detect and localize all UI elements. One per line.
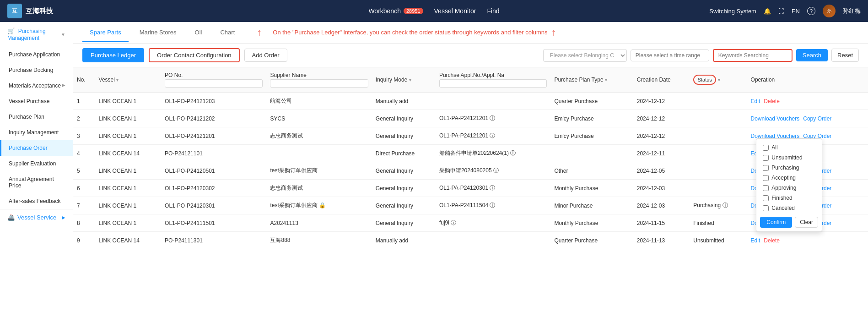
cell-3-0: 4	[73, 145, 95, 162]
notification-icon[interactable]: 🔔	[764, 8, 771, 15]
help-icon[interactable]: ?	[807, 7, 815, 15]
cell-operations-0: EditDelete	[747, 93, 868, 110]
fullscreen-icon[interactable]: ⛶	[778, 8, 784, 15]
time-range-input[interactable]	[631, 49, 709, 61]
tab-chart[interactable]: Chart	[213, 23, 242, 42]
op-copy-order-1[interactable]: Copy Order	[803, 115, 831, 122]
language-selector[interactable]: EN	[792, 8, 800, 15]
chevron-right-icon: ▶	[62, 215, 65, 220]
status-checkbox-canceled[interactable]	[763, 205, 769, 211]
sidebar-item-materials-acceptance[interactable]: Materials Acceptance▶	[0, 78, 73, 93]
status-checkbox-accepting[interactable]	[763, 175, 769, 181]
col-header-inquiry-mode[interactable]: Inquiry Mode ▾	[372, 67, 436, 93]
cell-1-6: Em'cy Purchase	[550, 110, 633, 127]
order-contact-config-button[interactable]: Order Contact Configuration	[149, 48, 240, 62]
avatar[interactable]: 孙	[823, 5, 836, 17]
purchase-order-table: No.Vessel ▾PO No.Supplier NameInquiry Mo…	[73, 67, 868, 249]
status-column-header-highlighted[interactable]: Status	[693, 75, 716, 85]
cell-5-6: Monthly Purchase	[550, 180, 633, 197]
col-header-purchase-appl-no[interactable]: Purchse Appl.No./Appl. Na	[436, 67, 551, 93]
col-header-purchase-plan-type[interactable]: Purchase Plan Type ▾	[550, 67, 633, 93]
cell-6-4: General Inquiry	[372, 197, 436, 214]
status-checkbox-all[interactable]	[763, 145, 769, 151]
belonging-select[interactable]: Please select Belonging C	[543, 49, 627, 62]
cell-4-7: 2024-12-05	[633, 162, 690, 180]
chevron-down-icon: ▼	[61, 32, 65, 37]
status-option-label-accepting: Accepting	[771, 175, 796, 181]
col-filter-purchase-appl-no[interactable]	[439, 79, 547, 88]
cell-6-7: 2024-12-03	[633, 197, 690, 214]
cell-2-2: OL1-PO-P24121201	[161, 127, 266, 145]
tab-spare-parts[interactable]: Spare Parts	[82, 23, 129, 42]
sidebar-item-after-sales-feedback[interactable]: After-sales Feedback	[0, 193, 73, 209]
col-header-vessel[interactable]: Vessel ▾	[95, 67, 162, 93]
cell-3-8	[690, 145, 747, 162]
status-option-finished[interactable]: Finished	[760, 193, 818, 203]
status-option-accepting[interactable]: Accepting	[760, 173, 818, 183]
cell-3-7: 2024-12-11	[633, 145, 690, 162]
sidebar-item-annual-agreement-price[interactable]: Annual Agreement Price	[0, 171, 73, 193]
op-delete-0[interactable]: Delete	[764, 98, 780, 104]
col-header-po-no[interactable]: PO No.	[161, 67, 266, 93]
purchasing-management-header[interactable]: 🛒 Purchasing Management ▼	[0, 22, 73, 47]
status-option-canceled[interactable]: Canceled	[760, 203, 818, 213]
status-option-approving[interactable]: Approving	[760, 183, 818, 193]
status-option-all[interactable]: All	[760, 143, 818, 153]
status-checkbox-finished[interactable]	[763, 195, 769, 201]
vessel-monitor-link[interactable]: Vessel Monitor	[434, 7, 476, 15]
tab-marine-stores[interactable]: Marine Stores	[132, 23, 184, 42]
sidebar-item-supplier-evaluation[interactable]: Supplier Evaluation	[0, 156, 73, 171]
filter-bar-right: Please select Belonging C Search Reset	[543, 49, 859, 62]
op-edit-8[interactable]: Edit	[751, 237, 760, 244]
op-edit-0[interactable]: Edit	[751, 98, 760, 104]
col-header-supplier-name[interactable]: Supplier Name	[266, 67, 372, 93]
sidebar-item-vessel-purchase[interactable]: Vessel Purchase	[0, 93, 73, 109]
search-button[interactable]: Search	[796, 49, 828, 61]
reset-button[interactable]: Reset	[831, 49, 859, 62]
status-checkbox-approving[interactable]	[763, 185, 769, 191]
cell-0-8	[690, 93, 747, 110]
sidebar-item-inquiry-management[interactable]: Inquiry Management	[0, 125, 73, 140]
col-filter-po-no[interactable]	[165, 79, 263, 88]
table-row: 6LINK OCEAN 1OL1-PO-P24120302志忠商务测试Gener…	[73, 180, 868, 197]
workbench-button[interactable]: Workbench 28951	[368, 7, 423, 15]
switching-system-link[interactable]: Switching System	[709, 8, 756, 15]
keywords-search-input[interactable]	[713, 49, 793, 62]
tab-oil[interactable]: Oil	[188, 23, 210, 42]
purchase-ledger-button[interactable]: Purchase Ledger	[82, 48, 144, 62]
status-option-unsubmitted[interactable]: Unsubmitted	[760, 153, 818, 163]
purchasing-management-group: 🛒 Purchasing Management ▼ Purchase Appli…	[0, 22, 73, 209]
sidebar-item-purchase-order[interactable]: Purchase Order	[0, 140, 73, 156]
status-clear-button[interactable]: Clear	[795, 217, 818, 228]
cell-0-4: Manually add	[372, 93, 436, 110]
sidebar-item-purchase-plan[interactable]: Purchase Plan	[0, 109, 73, 125]
cell-4-0: 5	[73, 162, 95, 180]
cell-5-8	[690, 180, 747, 197]
cell-0-3: 航海公司	[266, 93, 372, 110]
cell-1-4: General Inquiry	[372, 110, 436, 127]
cell-8-5	[436, 232, 551, 249]
add-order-button[interactable]: Add Order	[244, 49, 287, 62]
cell-1-7: 2024-12-12	[633, 110, 690, 127]
sidebar-item-purchase-docking[interactable]: Purchase Docking	[0, 62, 73, 78]
filter-bar-left: Purchase Ledger Order Contact Configurat…	[82, 48, 287, 62]
status-option-purchasing[interactable]: Purchasing	[760, 163, 818, 173]
col-filter-supplier-name[interactable]	[270, 79, 368, 88]
op-download-vouchers-1[interactable]: Download Vouchers	[751, 115, 800, 122]
sidebar-item-vessel-service[interactable]: 🚢 Vessel Service ▶	[0, 209, 73, 225]
cell-6-1: LINK OCEAN 1	[95, 197, 162, 214]
cell-2-7: 2024-12-12	[633, 127, 690, 145]
sidebar-group-label: 🛒 Purchasing Management	[7, 27, 61, 41]
vessel-service-label: Vessel Service	[17, 214, 56, 221]
cell-3-3	[266, 145, 372, 162]
op-delete-8[interactable]: Delete	[764, 237, 780, 244]
cell-8-4: Manually add	[372, 232, 436, 249]
cell-1-5: OL1-PA-P24121201 ⓘ	[436, 110, 551, 127]
status-confirm-button[interactable]: Confirm	[760, 217, 792, 228]
workbench-badge: 28951	[404, 8, 423, 14]
col-header-status[interactable]: Status ▾	[690, 67, 747, 93]
sidebar-item-purchase-application[interactable]: Purchase Application	[0, 47, 73, 62]
status-checkbox-purchasing[interactable]	[763, 165, 769, 171]
find-link[interactable]: Find	[487, 7, 499, 15]
status-checkbox-unsubmitted[interactable]	[763, 155, 769, 161]
